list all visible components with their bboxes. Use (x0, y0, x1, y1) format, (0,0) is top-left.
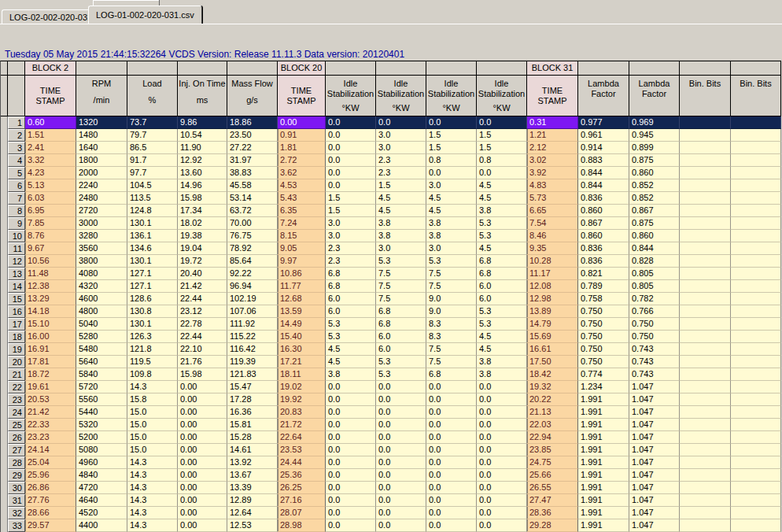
cell-r8-bin-bits-1[interactable] (680, 205, 731, 217)
cell-r3-load[interactable]: 86.5 (127, 142, 178, 154)
cell-r20-idle-stabilization-2[interactable]: 5.3 (376, 356, 426, 368)
cell-r2-block31-timestamp[interactable]: 1.21 (527, 129, 578, 142)
cell-r21-load[interactable]: 109.8 (127, 368, 178, 381)
cell-r28-idle-stabilization-4[interactable]: 0.0 (477, 456, 527, 469)
cell-r13-idle-stabilization-4[interactable]: 6.8 (477, 268, 527, 280)
cell-r24-idle-stabilization-1[interactable]: 0.0 (326, 406, 376, 419)
cell-r26-load[interactable]: 15.0 (127, 431, 178, 444)
cell-r17-mass-flow[interactable]: 111.92 (227, 318, 278, 331)
cell-r21-inj-on-time[interactable]: 15.98 (178, 368, 227, 381)
cell-r20-block2-timestamp[interactable]: 17.81 (25, 356, 76, 368)
cell-r30-rpm[interactable]: 4720 (76, 482, 127, 494)
cell-r1-bin-bits-2[interactable] (731, 116, 781, 129)
cell-r22-idle-stabilization-2[interactable]: 0.0 (376, 381, 426, 393)
cell-r13-idle-stabilization-2[interactable]: 7.5 (376, 268, 426, 280)
cell-r11-block20-timestamp[interactable]: 9.05 (278, 242, 326, 255)
cell-r24-lambda-factor-1[interactable]: 1.991 (578, 406, 629, 419)
cell-r3-inj-on-time[interactable]: 11.90 (178, 142, 227, 154)
cell-r1-idle-stabilization-4[interactable]: 0.0 (477, 116, 527, 129)
cell-r6-idle-stabilization-3[interactable]: 3.0 (426, 179, 477, 192)
cell-r2-idle-stabilization-3[interactable]: 1.5 (426, 129, 477, 142)
cell-r23-bin-bits-1[interactable] (680, 393, 731, 406)
cell-r22-lambda-factor-1[interactable]: 1.234 (578, 381, 629, 393)
cell-r19-idle-stabilization-2[interactable]: 6.0 (376, 343, 426, 356)
cell-r26-idle-stabilization-4[interactable]: 0.0 (477, 431, 527, 444)
cell-r12-idle-stabilization-1[interactable]: 2.3 (326, 255, 376, 268)
cell-r9-bin-bits-1[interactable] (680, 217, 731, 230)
cell-r2-rpm[interactable]: 1480 (76, 129, 127, 142)
row-number-6[interactable]: 6 (8, 179, 25, 192)
cell-r20-mass-flow[interactable]: 119.39 (227, 356, 278, 368)
cell-r1-block20-timestamp[interactable]: 0.00 (278, 116, 326, 129)
row-number-11[interactable]: 11 (8, 242, 25, 255)
cell-r26-bin-bits-1[interactable] (680, 431, 731, 444)
cell-r5-lambda-factor-1[interactable]: 0.844 (578, 167, 629, 179)
cell-r3-block20-timestamp[interactable]: 1.81 (278, 142, 326, 154)
cell-r13-bin-bits-1[interactable] (680, 268, 731, 280)
cell-r16-bin-bits-2[interactable] (731, 305, 781, 318)
cell-r11-rpm[interactable]: 3560 (76, 242, 127, 255)
cell-r17-block2-timestamp[interactable]: 15.10 (25, 318, 76, 331)
cell-r33-lambda-factor-2[interactable]: 1.047 (629, 519, 680, 532)
cell-r8-bin-bits-2[interactable] (731, 205, 781, 217)
cell-r4-idle-stabilization-1[interactable]: 0.0 (326, 154, 376, 167)
cell-r4-bin-bits-2[interactable] (731, 154, 781, 167)
row-number-26[interactable]: 26 (8, 431, 25, 444)
cell-r23-block20-timestamp[interactable]: 19.92 (278, 393, 326, 406)
cell-r27-idle-stabilization-1[interactable]: 0.0 (326, 444, 376, 456)
cell-r12-block20-timestamp[interactable]: 9.97 (278, 255, 326, 268)
cell-r21-lambda-factor-1[interactable]: 0.774 (578, 368, 629, 381)
cell-r15-lambda-factor-1[interactable]: 0.758 (578, 293, 629, 305)
cell-r20-idle-stabilization-1[interactable]: 4.5 (326, 356, 376, 368)
cell-r10-block20-timestamp[interactable]: 8.15 (278, 230, 326, 242)
cell-r30-lambda-factor-1[interactable]: 1.991 (578, 482, 629, 494)
cell-r26-block20-timestamp[interactable]: 22.64 (278, 431, 326, 444)
cell-r6-block31-timestamp[interactable]: 4.83 (527, 179, 578, 192)
cell-r1-lambda-factor-2[interactable]: 0.969 (629, 116, 680, 129)
row-number-2[interactable]: 2 (8, 129, 25, 142)
cell-r31-load[interactable]: 14.3 (127, 494, 178, 507)
cell-r4-block20-timestamp[interactable]: 2.72 (278, 154, 326, 167)
cell-r3-block2-timestamp[interactable]: 2.41 (25, 142, 76, 154)
cell-r6-idle-stabilization-4[interactable]: 4.5 (477, 179, 527, 192)
cell-r21-idle-stabilization-2[interactable]: 5.3 (376, 368, 426, 381)
cell-r16-block20-timestamp[interactable]: 13.59 (278, 305, 326, 318)
cell-r24-bin-bits-1[interactable] (680, 406, 731, 419)
cell-r23-inj-on-time[interactable]: 0.00 (178, 393, 227, 406)
cell-r11-lambda-factor-2[interactable]: 0.844 (629, 242, 680, 255)
cell-r10-idle-stabilization-2[interactable]: 3.8 (376, 230, 426, 242)
cell-r33-mass-flow[interactable]: 12.53 (227, 519, 278, 532)
cell-r6-idle-stabilization-1[interactable]: 0.0 (326, 179, 376, 192)
cell-r15-mass-flow[interactable]: 102.19 (227, 293, 278, 305)
cell-r9-bin-bits-2[interactable] (731, 217, 781, 230)
cell-r26-rpm[interactable]: 5200 (76, 431, 127, 444)
cell-r16-idle-stabilization-1[interactable]: 6.0 (326, 305, 376, 318)
cell-r10-block31-timestamp[interactable]: 8.46 (527, 230, 578, 242)
cell-r13-mass-flow[interactable]: 92.22 (227, 268, 278, 280)
cell-r33-lambda-factor-1[interactable]: 1.991 (578, 519, 629, 532)
cell-r5-block2-timestamp[interactable]: 4.23 (25, 167, 76, 179)
row-number-28[interactable]: 28 (8, 456, 25, 469)
row-number-20[interactable]: 20 (8, 356, 25, 368)
cell-r27-load[interactable]: 15.0 (127, 444, 178, 456)
cell-r26-block2-timestamp[interactable]: 23.23 (25, 431, 76, 444)
cell-r17-rpm[interactable]: 5040 (76, 318, 127, 331)
cell-r16-idle-stabilization-4[interactable]: 5.3 (477, 305, 527, 318)
cell-r17-lambda-factor-2[interactable]: 0.750 (629, 318, 680, 331)
cell-r32-idle-stabilization-2[interactable]: 0.0 (376, 507, 426, 519)
cell-r8-idle-stabilization-2[interactable]: 4.5 (376, 205, 426, 217)
cell-r27-bin-bits-1[interactable] (680, 444, 731, 456)
cell-r31-block20-timestamp[interactable]: 27.16 (278, 494, 326, 507)
cell-r24-idle-stabilization-4[interactable]: 0.0 (477, 406, 527, 419)
row-number-22[interactable]: 22 (8, 381, 25, 393)
cell-r28-idle-stabilization-1[interactable]: 0.0 (326, 456, 376, 469)
cell-r7-block31-timestamp[interactable]: 5.73 (527, 192, 578, 205)
cell-r28-inj-on-time[interactable]: 0.00 (178, 456, 227, 469)
cell-r23-load[interactable]: 15.8 (127, 393, 178, 406)
cell-r24-block2-timestamp[interactable]: 21.42 (25, 406, 76, 419)
cell-r5-inj-on-time[interactable]: 13.60 (178, 167, 227, 179)
cell-r12-load[interactable]: 130.1 (127, 255, 178, 268)
cell-r3-idle-stabilization-1[interactable]: 0.0 (326, 142, 376, 154)
cell-r27-lambda-factor-1[interactable]: 1.991 (578, 444, 629, 456)
cell-r19-load[interactable]: 121.8 (127, 343, 178, 356)
